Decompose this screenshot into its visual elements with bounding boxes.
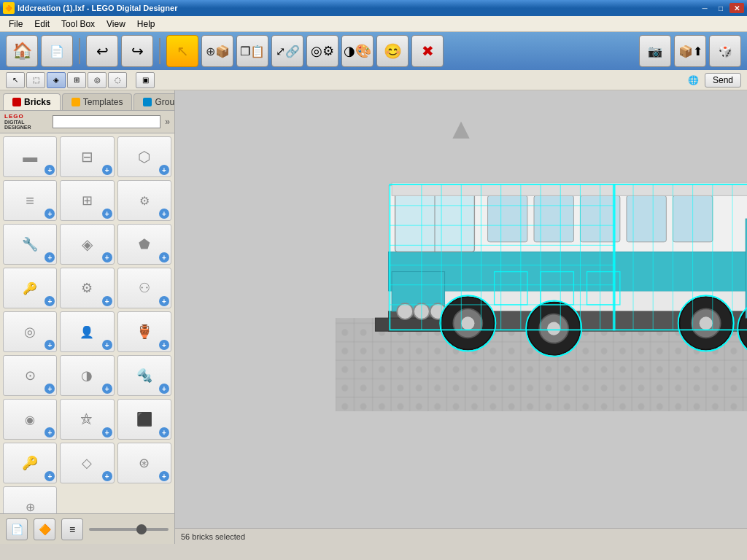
status-message: 56 bricks selected [181, 532, 245, 541]
brick-add-11[interactable]: + [102, 296, 112, 306]
brick-item-20[interactable]: ⛤ + [60, 399, 114, 440]
brick-search-input[interactable] [53, 115, 160, 128]
brick-item-13[interactable]: ◎ + [3, 311, 57, 352]
sec-step4-button[interactable]: ◌ [108, 72, 127, 88]
brick-item-11[interactable]: ⚙ + [60, 268, 114, 308]
brick-add-8[interactable]: + [102, 252, 112, 262]
brick-add-17[interactable]: + [102, 384, 112, 394]
brick-item-23[interactable]: ◇ + [60, 443, 114, 483]
sec-select-button[interactable]: ↖ [6, 72, 25, 88]
menubar: File Edit Tool Box View Help [0, 16, 747, 32]
flex-button[interactable]: ⤢🔗 [271, 35, 303, 67]
camera-top-button[interactable]: 📦⬆ [674, 35, 706, 67]
brick-add-10[interactable]: + [44, 296, 55, 306]
list-view-button[interactable]: ≡ [61, 518, 83, 540]
brick-add-15[interactable]: + [159, 340, 169, 350]
brick-add-24[interactable]: + [159, 471, 169, 481]
secondary-toolbar-right: 🌐 Send [686, 72, 741, 88]
add-brick-button[interactable]: ⊕📦 [201, 35, 233, 67]
brick-item-1[interactable]: ▬ + [3, 136, 57, 177]
brick-add-21[interactable]: + [159, 427, 169, 438]
delete-button[interactable]: ✖ [411, 35, 444, 67]
face-button[interactable]: 😊 [376, 35, 409, 67]
brick-item-10[interactable]: 🔑 + [3, 268, 57, 308]
brick-item-6[interactable]: ⚙ + [117, 180, 171, 221]
brick-add-1[interactable]: + [44, 165, 55, 175]
brick-item-14[interactable]: 👤 + [60, 311, 114, 352]
brick-item-18[interactable]: 🔩 + [117, 355, 171, 396]
camera-left-button[interactable]: 📷 [639, 35, 671, 67]
sec-step2-button[interactable]: ⊞ [67, 72, 86, 88]
brick-add-19[interactable]: + [44, 427, 55, 438]
brick-add-3[interactable]: + [159, 165, 169, 175]
send-button[interactable]: Send [705, 73, 741, 88]
brick-item-8[interactable]: ◈ + [60, 224, 114, 265]
brick-add-14[interactable]: + [102, 340, 112, 350]
brick-item-22[interactable]: 🔑 + [3, 443, 57, 483]
brick-item-17[interactable]: ◑ + [60, 355, 114, 396]
maximize-button[interactable]: □ [713, 3, 728, 13]
toolbar-right: 📷 📦⬆ 🎲 [639, 35, 741, 67]
toolbar-separator-1 [79, 38, 80, 64]
brick-item-24[interactable]: ⊛ + [117, 443, 171, 483]
sec-box-select-button[interactable]: ⬚ [26, 72, 45, 88]
clone-button[interactable]: ❐📋 [236, 35, 268, 67]
brick-item-5[interactable]: ⊞ + [60, 180, 114, 221]
tab-groups[interactable]: Groups [133, 93, 175, 110]
open-button[interactable]: 📄 [41, 35, 73, 67]
brick-item-16[interactable]: ⊙ + [3, 355, 57, 396]
brick-add-5[interactable]: + [102, 209, 112, 219]
tab-templates[interactable]: Templates [62, 93, 133, 110]
menu-help[interactable]: Help [131, 18, 161, 31]
brick-add-7[interactable]: + [44, 252, 55, 262]
brick-item-25[interactable]: ⊕ + [3, 486, 57, 513]
panel-collapse-button[interactable]: » [165, 117, 170, 127]
sec-step1-button[interactable]: ◈ [47, 72, 66, 88]
brick-item-21[interactable]: ⬛ + [117, 399, 171, 440]
left-panel: Bricks Templates Groups LEGO DIGITAL DES… [0, 90, 175, 544]
brick-add-12[interactable]: + [159, 296, 169, 306]
sec-step3-button[interactable]: ◎ [88, 72, 107, 88]
sec-view-button[interactable]: ▣ [136, 72, 155, 88]
brick-item-9[interactable]: ⬟ + [117, 224, 171, 265]
menu-toolbox[interactable]: Tool Box [55, 18, 101, 31]
titlebar-left: 🔶 lddcreation (1).lxf - LEGO Digital Des… [3, 2, 177, 14]
menu-edit[interactable]: Edit [28, 18, 55, 31]
brick-add-22[interactable]: + [44, 471, 55, 481]
redo-button[interactable]: ↪ [121, 35, 153, 67]
viewport[interactable]: ▲ [175, 90, 747, 544]
brick-item-19[interactable]: ◉ + [3, 399, 57, 440]
paint-button[interactable]: ◑🎨 [341, 35, 374, 67]
tab-bricks[interactable]: Bricks [3, 93, 61, 110]
category-button[interactable]: 🔶 [34, 518, 55, 540]
hinge-button[interactable]: ◎⚙ [306, 35, 338, 67]
brick-add-13[interactable]: + [44, 340, 55, 350]
brick-add-6[interactable]: + [159, 209, 169, 219]
brick-item-12[interactable]: ⚇ + [117, 268, 171, 308]
brick-item-3[interactable]: ⬡ + [117, 136, 171, 177]
new-brick-button[interactable]: 📄 [6, 518, 28, 540]
menu-view[interactable]: View [101, 18, 131, 31]
brick-add-9[interactable]: + [159, 252, 169, 262]
panel-bottom: 📄 🔶 ≡ [0, 513, 174, 544]
brick-add-23[interactable]: + [102, 471, 112, 481]
zoom-slider[interactable] [89, 528, 169, 531]
brick-add-2[interactable]: + [102, 165, 112, 175]
brick-item-15[interactable]: 🏺 + [117, 311, 171, 352]
close-button[interactable]: ✕ [729, 3, 744, 13]
home-button[interactable]: 🏠 [6, 35, 38, 67]
undo-button[interactable]: ↩ [86, 35, 118, 67]
3d-view-button[interactable]: 🎲 [709, 35, 741, 67]
brick-item-4[interactable]: ≡ + [3, 180, 57, 221]
menu-file[interactable]: File [3, 18, 28, 31]
brick-add-16[interactable]: + [44, 384, 55, 394]
minimize-button[interactable]: ─ [697, 3, 712, 13]
brick-add-18[interactable]: + [159, 384, 169, 394]
select-tool-button[interactable]: ↖ [166, 35, 198, 67]
zoom-thumb[interactable] [136, 524, 147, 534]
brick-item-2[interactable]: ⊟ + [60, 136, 114, 177]
brick-add-4[interactable]: + [44, 209, 55, 219]
titlebar: 🔶 lddcreation (1).lxf - LEGO Digital Des… [0, 0, 747, 16]
brick-item-7[interactable]: 🔧 + [3, 224, 57, 265]
brick-add-20[interactable]: + [102, 427, 112, 438]
